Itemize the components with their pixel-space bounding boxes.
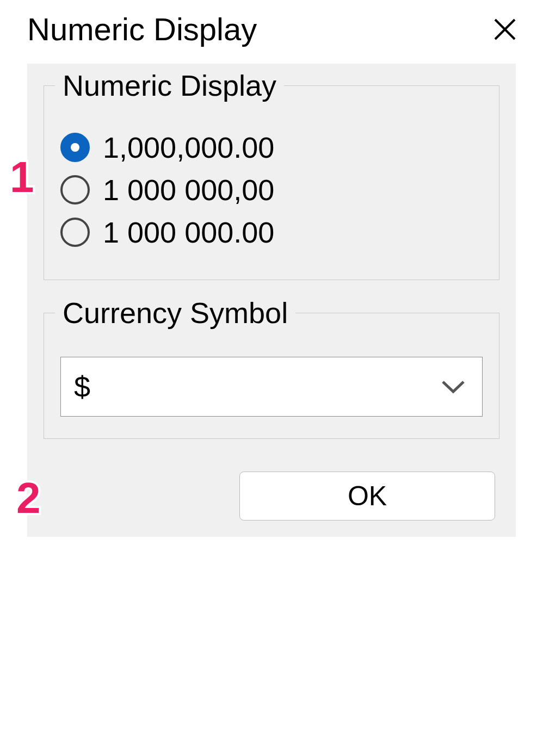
close-button[interactable] [489, 13, 521, 46]
radio-label: 1,000,000.00 [103, 131, 274, 164]
currency-symbol-legend: Currency Symbol [55, 296, 295, 330]
dialog-titlebar: Numeric Display [0, 0, 543, 53]
numeric-display-legend: Numeric Display [55, 69, 284, 102]
currency-symbol-dropdown[interactable]: $ [60, 357, 483, 417]
dialog-title: Numeric Display [27, 11, 257, 47]
close-icon [492, 16, 518, 42]
radio-label: 1 000 000.00 [103, 215, 274, 249]
radio-format-space-dot[interactable]: 1 000 000.00 [60, 215, 483, 249]
currency-symbol-value: $ [74, 370, 90, 404]
radio-label: 1 000 000,00 [103, 173, 274, 207]
dialog-body: Numeric Display 1,000,000.00 1 000 000,0… [27, 64, 516, 537]
radio-icon [60, 175, 90, 205]
radio-format-space-comma[interactable]: 1 000 000,00 [60, 173, 483, 207]
radio-format-comma-dot[interactable]: 1,000,000.00 [60, 131, 483, 164]
ok-button[interactable]: OK [239, 472, 495, 520]
radio-icon [60, 218, 90, 247]
radio-selected-dot-icon [71, 143, 79, 152]
dialog-button-row: OK [44, 472, 499, 520]
ok-button-label: OK [348, 480, 387, 512]
currency-symbol-group: Currency Symbol $ [44, 313, 499, 439]
radio-icon [60, 133, 90, 162]
chevron-down-icon [441, 379, 466, 395]
numeric-display-group: Numeric Display 1,000,000.00 1 000 000,0… [44, 85, 499, 280]
